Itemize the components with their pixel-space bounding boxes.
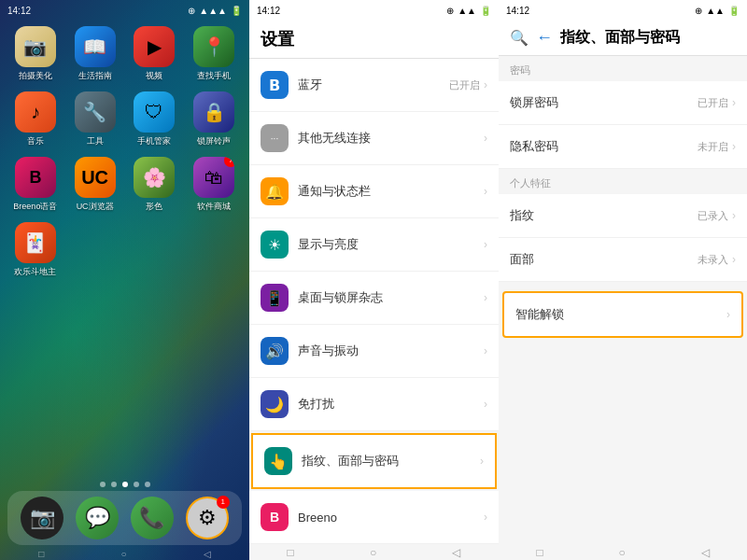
bluetooth-chevron: ›	[484, 78, 487, 91]
fingerprint-settings-icon: 👆	[264, 447, 292, 475]
dot-3[interactable]	[122, 482, 128, 487]
nav-triangle[interactable]: ◁	[204, 549, 211, 559]
dot-4[interactable]	[134, 482, 139, 487]
app-appstore[interactable]: 🛍 7 软件商城	[188, 157, 240, 213]
app-appstore-label: 软件商城	[197, 201, 231, 213]
settings-item-notification[interactable]: 🔔 通知与状态栏 ›	[249, 165, 499, 218]
settings-item-bluetooth[interactable]: 𝗕 蓝牙 已开启 ›	[249, 59, 499, 112]
fingerprint-feature-value: 已录入	[698, 209, 728, 223]
page-indicators	[0, 482, 249, 487]
phone2-status-bar: 14:12 ⊕ ▲▲ 🔋	[249, 0, 499, 21]
phone3-time: 14:12	[506, 6, 529, 16]
app-camera-beauty-icon: 📷	[15, 26, 56, 67]
back-button[interactable]: ←	[536, 28, 553, 48]
fingerprint-chevron: ›	[480, 455, 484, 468]
lockscreen-pwd-chevron: ›	[732, 96, 736, 109]
phone2-settings: 14:12 ⊕ ▲▲ 🔋 设置 𝗕 蓝牙 已开启 › ··· 其他无线连接 › …	[249, 0, 499, 560]
dock-messages[interactable]: 💬	[76, 497, 119, 539]
fp-item-smart-unlock[interactable]: 智能解锁 ›	[502, 291, 743, 338]
dock-camera[interactable]: 📷	[21, 497, 63, 539]
phone3-battery-icon: 🔋	[728, 6, 740, 16]
bluetooth-icon: ⊕	[188, 6, 195, 16]
app-video-label: 视频	[146, 70, 162, 82]
fp-item-fingerprint[interactable]: 指纹 已录入 ›	[499, 194, 747, 238]
battery-icon: 🔋	[231, 6, 242, 16]
dot-1[interactable]	[100, 482, 106, 487]
app-appstore-icon: 🛍 7	[193, 157, 234, 198]
settings-item-display[interactable]: ☀ 显示与亮度 ›	[249, 218, 499, 272]
settings-item-wireless[interactable]: ··· 其他无线连接 ›	[249, 112, 499, 165]
wireless-label: 其他无线连接	[298, 130, 484, 147]
phone3-nav-triangle[interactable]: ◁	[701, 546, 710, 559]
fp-item-lockscreen-pwd[interactable]: 锁屏密码 已开启 ›	[499, 81, 747, 125]
dock-phone[interactable]: 📞	[131, 497, 174, 539]
breeno-chevron: ›	[484, 511, 487, 524]
fp-item-private-pwd[interactable]: 隐私密码 未开启 ›	[499, 125, 747, 169]
breeno-label: Breeno	[298, 511, 484, 525]
settings-item-desktop[interactable]: 📱 桌面与锁屏杂志 ›	[249, 272, 499, 325]
phone3-fingerprint: 14:12 ⊕ ▲▲ 🔋 🔍 ← 指纹、面部与密码 密码 锁屏密码 已开启 › …	[499, 0, 747, 560]
nav-circle[interactable]: ○	[120, 549, 126, 559]
app-music-icon: ♪	[15, 91, 56, 133]
app-video-icon: ▶	[134, 26, 175, 67]
phone3-nav-square[interactable]: □	[536, 546, 543, 559]
phone3-bluetooth-icon: ⊕	[695, 6, 702, 16]
phone3-navbar: □ ○ ◁	[499, 545, 747, 560]
app-breeno[interactable]: B Breeno语音	[9, 157, 62, 213]
phone2-nav-circle[interactable]: ○	[370, 546, 376, 559]
app-life-guide[interactable]: 📖 生活指南	[69, 26, 121, 82]
phone2-nav-triangle[interactable]: ◁	[452, 546, 460, 559]
app-camera-beauty[interactable]: 📷 拍摄美化	[9, 26, 62, 82]
app-tools-icon: 🔧	[75, 91, 116, 133]
app-music[interactable]: ♪ 音乐	[9, 91, 62, 147]
app-camera-beauty-label: 拍摄美化	[19, 70, 52, 82]
settings-item-fingerprint[interactable]: 👆 指纹、面部与密码 ›	[251, 433, 497, 489]
desktop-chevron: ›	[484, 291, 487, 304]
dnd-icon: 🌙	[261, 390, 289, 418]
settings-item-sound[interactable]: 🔊 声音与振动 ›	[249, 325, 499, 378]
app-life-guide-label: 生活指南	[78, 70, 112, 82]
sound-icon: 🔊	[261, 337, 289, 365]
bluetooth-value: 已开启	[449, 78, 480, 92]
phone2-nav-square[interactable]: □	[288, 546, 294, 559]
app-life-guide-icon: 📖	[75, 26, 116, 67]
private-pwd-value: 未开启	[698, 140, 728, 154]
settings-item-breeno[interactable]: B Breeno ›	[249, 491, 499, 544]
nav-square[interactable]: □	[38, 549, 44, 559]
dnd-label: 免打扰	[298, 396, 484, 413]
app-tools[interactable]: 🔧 工具	[69, 91, 121, 147]
notification-label: 通知与状态栏	[298, 183, 484, 200]
settings-badge: 1	[217, 496, 230, 509]
app-video[interactable]: ▶ 视频	[129, 26, 181, 82]
phone1-time: 14:12	[7, 6, 31, 16]
app-phoneclean-icon: 🛡	[134, 91, 175, 133]
fp-item-face[interactable]: 面部 未录入 ›	[499, 238, 747, 282]
app-uc[interactable]: UC UC浏览器	[69, 157, 121, 213]
dot-2[interactable]	[111, 482, 117, 487]
search-icon[interactable]: 🔍	[510, 29, 529, 47]
app-findphone[interactable]: 📍 查找手机	[188, 26, 240, 82]
app-uc-label: UC浏览器	[77, 201, 114, 213]
app-game[interactable]: 🃏 欢乐斗地主	[9, 222, 62, 278]
app-color-icon: 🌸	[134, 157, 175, 198]
app-uc-icon: UC	[75, 157, 116, 198]
dot-5[interactable]	[145, 482, 150, 487]
app-phoneclean[interactable]: 🛡 手机管家	[129, 91, 181, 147]
app-game-icon: 🃏	[15, 222, 56, 263]
smart-unlock-label: 智能解锁	[515, 306, 726, 323]
phone3-status-bar: 14:12 ⊕ ▲▲ 🔋	[499, 0, 747, 21]
app-game-label: 欢乐斗地主	[14, 266, 56, 278]
biometric-section-label: 个人特征	[499, 169, 747, 194]
app-screenlock[interactable]: 🔒 锁屏铃声	[188, 91, 240, 147]
phone3-nav-circle[interactable]: ○	[618, 546, 625, 559]
phone1-status-icons: ⊕ ▲▲▲ 🔋	[188, 6, 242, 16]
display-label: 显示与亮度	[298, 236, 484, 253]
dock-settings[interactable]: ⚙ 1	[186, 497, 229, 539]
settings-item-dnd[interactable]: 🌙 免打扰 ›	[249, 378, 499, 431]
app-color[interactable]: 🌸 形色	[129, 157, 181, 213]
signal-icon: ▲▲▲	[199, 6, 227, 16]
wireless-icon: ···	[261, 124, 289, 152]
app-screenlock-icon: 🔒	[193, 91, 234, 133]
app-breeno-icon: B	[15, 157, 56, 198]
face-label: 面部	[510, 251, 698, 268]
